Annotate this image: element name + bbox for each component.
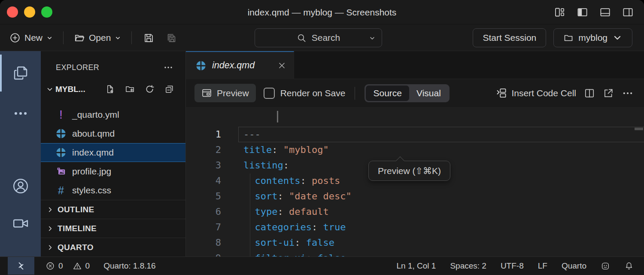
explorer-more-actions-icon[interactable] — [163, 62, 173, 73]
workspace-switcher-button[interactable]: myblog — [553, 28, 632, 47]
line-content: categories: true — [243, 220, 644, 235]
code-line-6[interactable]: 6 type: default — [186, 204, 644, 220]
chevron-right-icon — [46, 244, 54, 251]
line-content: type: default — [243, 204, 644, 220]
line-number: 6 — [186, 204, 243, 220]
chevron-down-icon[interactable] — [369, 35, 376, 42]
source-mode-button[interactable]: Source — [366, 86, 409, 101]
new-folder-icon[interactable] — [125, 84, 135, 94]
indentation-status[interactable]: Spaces: 2 — [450, 261, 486, 271]
more-actions-icon[interactable] — [622, 87, 634, 99]
folder-open-icon — [74, 32, 85, 43]
code-line-1[interactable]: 1--- — [186, 127, 644, 142]
ellipsis-icon — [12, 105, 29, 122]
section-outline[interactable]: OUTLINE — [41, 200, 185, 219]
file-name: profile.jpg — [72, 166, 111, 177]
sidebar-item-account[interactable] — [0, 173, 41, 199]
open-button[interactable]: Open — [72, 30, 123, 46]
breadcrumbs-bar — [186, 107, 644, 127]
code-editor[interactable]: 1---2title: "myblog"3listing:4 contents:… — [186, 127, 644, 257]
refresh-icon[interactable] — [145, 84, 155, 94]
file-name: styles.css — [72, 185, 111, 196]
toggle-right-panel-icon[interactable] — [622, 6, 634, 18]
remote-indicator[interactable] — [8, 257, 34, 275]
start-session-label: Start Session — [483, 33, 536, 43]
screencast-camera-icon-item[interactable] — [0, 211, 41, 236]
file-row-_quarto.yml[interactable]: !_quarto.yml — [41, 105, 185, 124]
start-session-button[interactable]: Start Session — [473, 28, 546, 47]
new-file-icon[interactable] — [105, 84, 115, 94]
save-icon — [143, 32, 155, 44]
file-name: about.qmd — [72, 128, 115, 139]
new-button[interactable]: New — [8, 30, 55, 46]
image-icon — [55, 165, 67, 177]
cursor-position-status[interactable]: Ln 1, Col 1 — [396, 261, 436, 271]
line-number: 4 — [186, 173, 243, 189]
line-number: 9 — [186, 251, 243, 257]
editor-action-bar: Preview Render on Save Source Visual Ins… — [186, 79, 644, 107]
video-camera-icon — [12, 215, 29, 232]
section-timeline[interactable]: TIMELINE — [41, 219, 185, 238]
text-cursor — [277, 111, 278, 122]
chevron-down-icon — [612, 33, 623, 43]
file-row-profile.jpg[interactable]: profile.jpg — [41, 162, 185, 181]
file-row-styles.css[interactable]: #styles.css — [41, 181, 185, 200]
css-icon: # — [55, 184, 67, 196]
titlebar: index.qmd — myblog — Screenshots — [0, 0, 644, 24]
window-title: index.qmd — myblog — Screenshots — [0, 0, 644, 24]
customize-layout-icon[interactable] — [554, 6, 565, 18]
top-toolbar: New Open Search Start Sessi — [0, 24, 644, 51]
code-line-5[interactable]: 5 sort: "date desc" — [186, 189, 644, 204]
close-icon[interactable] — [278, 61, 286, 70]
collapse-all-icon[interactable] — [164, 84, 174, 94]
encoding-status[interactable]: UTF-8 — [501, 261, 524, 271]
explorer-title: EXPLORER — [56, 63, 99, 72]
code-line-7[interactable]: 7 categories: true — [186, 220, 644, 235]
code-line-9[interactable]: 9 filter-ui: false — [186, 251, 644, 257]
save-all-button[interactable] — [163, 30, 180, 46]
chevron-right-icon — [46, 206, 54, 214]
open-external-icon[interactable] — [603, 88, 614, 99]
code-line-8[interactable]: 8 sort-ui: false — [186, 235, 644, 251]
toggle-left-panel-icon[interactable] — [577, 6, 588, 18]
section-label: QUARTO — [58, 243, 94, 252]
quarto-icon — [55, 128, 67, 140]
line-number: 1 — [186, 127, 243, 142]
file-row-about.qmd[interactable]: about.qmd — [41, 124, 185, 143]
visual-mode-button[interactable]: Visual — [409, 86, 448, 101]
feedback-smiley-icon[interactable] — [601, 261, 610, 271]
sidebar-sections: OUTLINETIMELINEQUARTO — [41, 200, 185, 257]
notifications-bell-icon[interactable] — [624, 261, 634, 271]
chevron-down-icon — [46, 86, 54, 93]
insert-code-cell-icon — [495, 87, 507, 99]
language-mode-status[interactable]: Quarto — [562, 261, 586, 271]
render-on-save-control[interactable]: Render on Save — [264, 88, 346, 99]
save-button[interactable] — [140, 30, 157, 46]
plus-circle-icon — [9, 32, 21, 43]
file-row-index.qmd[interactable]: index.qmd — [41, 143, 185, 162]
render-on-save-checkbox[interactable] — [264, 88, 275, 99]
sidebar-item-explorer[interactable] — [0, 55, 41, 92]
error-count: 0 — [58, 261, 63, 271]
sidebar-item-more[interactable] — [0, 103, 41, 124]
line-number: 2 — [186, 142, 243, 158]
account-icon — [12, 177, 30, 195]
render-on-save-label: Render on Save — [280, 88, 346, 98]
problems-indicator[interactable]: 0 0 — [46, 261, 90, 271]
insert-code-cell-button[interactable]: Insert Code Cell — [495, 87, 576, 99]
toggle-bottom-panel-icon[interactable] — [599, 6, 611, 18]
editor-group: index.qmd Preview Render on Save Source … — [186, 51, 644, 257]
preview-tooltip: Preview (⇧⌘K) — [368, 161, 450, 181]
preview-button[interactable]: Preview — [194, 84, 256, 102]
search-input[interactable]: Search — [255, 28, 382, 47]
line-content: sort-ui: false — [243, 235, 644, 251]
tab-index-qmd[interactable]: index.qmd — [186, 51, 294, 79]
line-content: filter-ui: false — [243, 251, 644, 257]
split-editor-icon[interactable] — [584, 88, 595, 99]
code-line-2[interactable]: 2title: "myblog" — [186, 142, 644, 158]
section-quarto[interactable]: QUARTO — [41, 238, 185, 257]
file-name: _quarto.yml — [72, 110, 119, 120]
workspace-tree-header[interactable]: MYBL... — [41, 79, 185, 99]
eol-status[interactable]: LF — [538, 261, 547, 271]
quarto-version-status[interactable]: Quarto: 1.8.16 — [103, 261, 155, 271]
